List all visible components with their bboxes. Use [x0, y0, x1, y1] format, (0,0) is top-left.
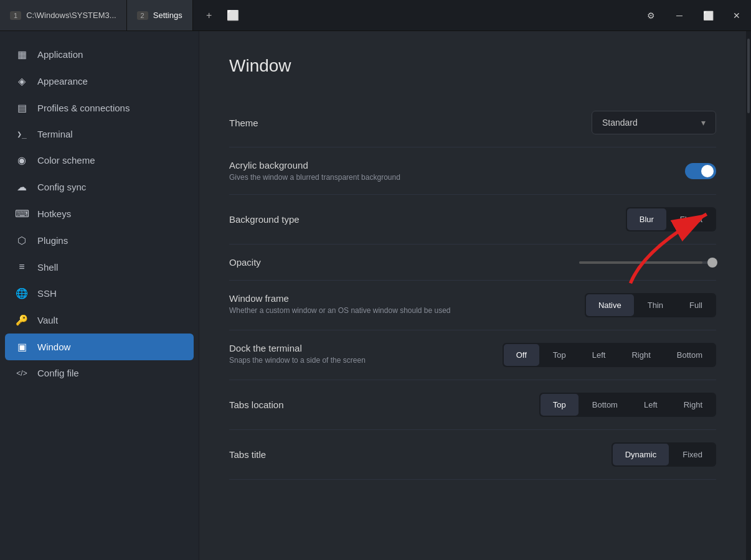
dock-bottom-button[interactable]: Bottom [664, 344, 715, 366]
acrylic-toggle[interactable] [685, 163, 716, 179]
tabs-dynamic-button[interactable]: Dynamic [613, 444, 669, 465]
terminal-icon: ❯_ [15, 129, 29, 139]
frame-full-button[interactable]: Full [677, 294, 715, 316]
vault-icon: 🔑 [15, 314, 29, 326]
slider-thumb[interactable] [707, 258, 717, 268]
scrollbar-thumb[interactable] [747, 39, 750, 113]
close-button[interactable]: ✕ [722, 0, 751, 31]
window-frame-setting: Window frame Whether a custom window or … [229, 281, 716, 330]
tabs-title-group: Dynamic Fixed [612, 442, 716, 467]
appearance-icon: ◈ [15, 75, 29, 87]
opacity-setting: Opacity [229, 245, 716, 281]
theme-value: Standard [602, 118, 638, 128]
tab-1-number: 1 [10, 11, 21, 20]
sidebar-item-label: Config file [37, 368, 79, 378]
maximize-button[interactable]: ⬜ [694, 0, 722, 31]
tabs-fixed-button[interactable]: Fixed [670, 444, 715, 465]
tabs-location-setting: Tabs location Top Bottom Left Right [229, 380, 716, 430]
sidebar-item-profiles[interactable]: ▤ Profiles & connections [0, 95, 199, 121]
dock-off-button[interactable]: Off [504, 344, 539, 366]
tabs-bottom-button[interactable]: Bottom [580, 394, 630, 416]
minimize-button[interactable]: ─ [665, 0, 694, 31]
sidebar-item-application[interactable]: ▦ Application [0, 41, 199, 68]
content-area: Window Theme Standard ▾ Acrylic backgrou… [199, 31, 746, 560]
window-frame-group: Native Thin Full [585, 293, 716, 317]
sidebar-item-label: Hotkeys [37, 208, 71, 219]
acrylic-label-group: Acrylic background Gives the window a bl… [229, 160, 400, 182]
background-type-group: Blur Fluent [626, 207, 716, 231]
dock-terminal-group: Off Top Left Right Bottom [503, 343, 716, 367]
frame-native-button[interactable]: Native [586, 294, 634, 316]
frame-thin-button[interactable]: Thin [635, 294, 676, 316]
new-tab-button[interactable]: + [198, 4, 220, 27]
config-file-icon: </> [15, 369, 29, 378]
sidebar-item-shell[interactable]: ≡ Shell [0, 254, 199, 280]
window-frame-label: Window frame [229, 293, 451, 304]
background-fluent-button[interactable]: Fluent [668, 208, 715, 230]
sidebar-item-label: SSH [37, 288, 57, 299]
theme-label: Theme [229, 118, 258, 128]
page-title: Window [229, 56, 716, 76]
dock-terminal-label: Dock the terminal [229, 343, 366, 353]
tab-2[interactable]: 2 Settings [127, 0, 193, 30]
titlebar: 1 C:\Windows\SYSTEM3... 2 Settings + ⬜ ⚙… [0, 0, 751, 31]
tabs-title-label: Tabs title [229, 449, 266, 460]
background-type-label: Background type [229, 214, 300, 225]
sidebar-item-terminal[interactable]: ❯_ Terminal [0, 121, 199, 147]
scrollbar[interactable] [746, 31, 751, 560]
sidebar-item-vault[interactable]: 🔑 Vault [0, 307, 199, 334]
opacity-label: Opacity [229, 257, 261, 268]
hotkeys-icon: ⌨ [15, 208, 29, 220]
sidebar-item-label: Plugins [37, 235, 68, 246]
tabs-right-button[interactable]: Right [671, 394, 715, 416]
sidebar-item-color-scheme[interactable]: ◉ Color scheme [0, 147, 199, 174]
chevron-down-icon: ▾ [701, 118, 706, 128]
application-icon: ▦ [15, 49, 29, 60]
sidebar-item-config-sync[interactable]: ☁ Config sync [0, 174, 199, 200]
tabs-location-label: Tabs location [229, 399, 284, 410]
main-layout: ▦ Application ◈ Appearance ▤ Profiles & … [0, 31, 751, 560]
window-layout-icon[interactable]: ⬜ [222, 4, 244, 27]
sidebar-item-appearance[interactable]: ◈ Appearance [0, 68, 199, 95]
sidebar-item-plugins[interactable]: ⬡ Plugins [0, 227, 199, 254]
theme-dropdown[interactable]: Standard ▾ [592, 111, 716, 134]
dock-left-button[interactable]: Left [580, 344, 618, 366]
acrylic-setting: Acrylic background Gives the window a bl… [229, 147, 716, 195]
tabs-location-group: Top Bottom Left Right [539, 393, 716, 417]
tab-1[interactable]: 1 C:\Windows\SYSTEM3... [0, 0, 127, 30]
sidebar-item-label: Color scheme [37, 155, 95, 166]
tabs-left-button[interactable]: Left [631, 394, 670, 416]
acrylic-desc: Gives the window a blurred transparent b… [229, 173, 400, 182]
sidebar-item-config-file[interactable]: </> Config file [0, 360, 199, 386]
ssh-icon: 🌐 [15, 287, 29, 299]
settings-button[interactable]: ⚙ [636, 0, 665, 31]
sidebar-item-label: Terminal [37, 129, 73, 139]
sidebar-item-ssh[interactable]: 🌐 SSH [0, 280, 199, 307]
sidebar-item-label: Shell [37, 262, 58, 273]
dock-terminal-desc: Snaps the window to a side of the screen [229, 356, 366, 365]
tab-1-label: C:\Windows\SYSTEM3... [26, 11, 116, 20]
sidebar-item-window[interactable]: ▣ Window [5, 334, 194, 360]
sidebar-item-label: Appearance [37, 76, 88, 86]
slider-track [579, 261, 716, 264]
profiles-icon: ▤ [15, 102, 29, 114]
tab-2-number: 2 [137, 11, 148, 20]
sidebar-item-hotkeys[interactable]: ⌨ Hotkeys [0, 200, 199, 227]
tab-actions: + ⬜ [198, 4, 244, 27]
dock-top-button[interactable]: Top [541, 344, 579, 366]
dock-terminal-label-group: Dock the terminal Snaps the window to a … [229, 343, 366, 365]
sidebar-item-label: Profiles & connections [37, 103, 130, 113]
window-controls: ⚙ ─ ⬜ ✕ [636, 0, 751, 31]
tabs-title-setting: Tabs title Dynamic Fixed [229, 430, 716, 480]
tabs-top-button[interactable]: Top [541, 394, 579, 416]
sidebar-item-label: Vault [37, 315, 58, 325]
tab-2-label: Settings [153, 11, 182, 20]
config-sync-icon: ☁ [15, 181, 29, 193]
acrylic-label: Acrylic background [229, 160, 400, 170]
theme-setting: Theme Standard ▾ [229, 98, 716, 147]
background-blur-button[interactable]: Blur [627, 208, 666, 230]
color-scheme-icon: ◉ [15, 154, 29, 166]
opacity-slider[interactable] [579, 261, 716, 264]
sidebar-item-label: Application [37, 49, 83, 60]
dock-right-button[interactable]: Right [619, 344, 663, 366]
